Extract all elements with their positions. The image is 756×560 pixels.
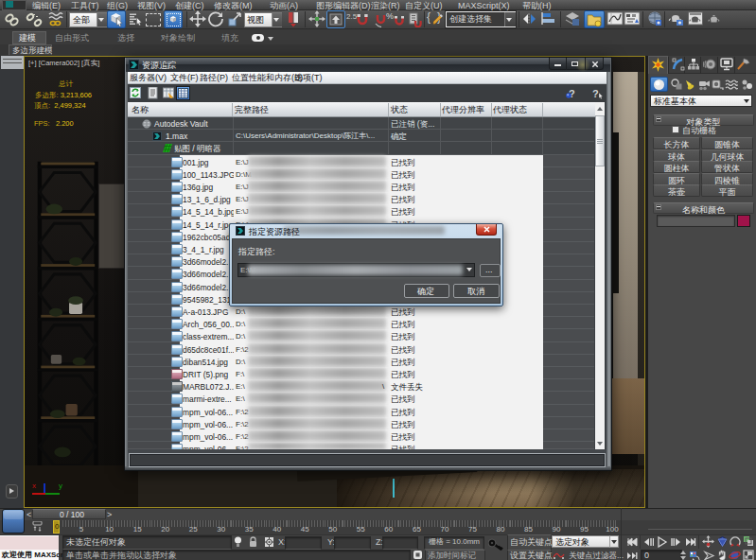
svg-text:y: y	[59, 481, 62, 490]
svg-text:x: x	[32, 481, 36, 490]
svg-text:?: ?	[592, 88, 599, 99]
